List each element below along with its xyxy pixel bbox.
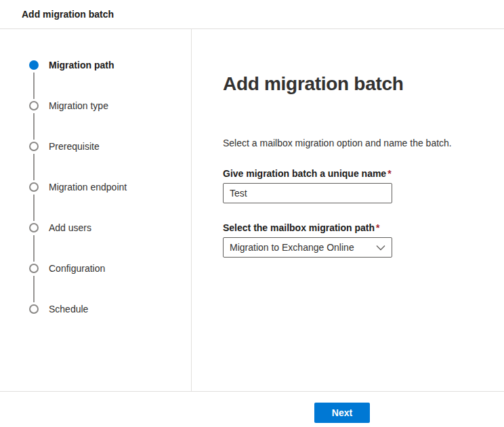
step-circle-icon xyxy=(29,304,39,314)
step-filled-circle-icon xyxy=(29,60,39,70)
step-connector-line xyxy=(33,73,35,99)
step-circle-icon xyxy=(29,223,39,232)
step-schedule: Schedule xyxy=(0,304,191,345)
wizard-stepper: Migration path Migration type Prerequisi… xyxy=(0,29,192,391)
step-label: Schedule xyxy=(49,304,88,314)
batch-name-label: Give migration batch a unique name* xyxy=(223,168,504,180)
required-asterisk: * xyxy=(376,222,379,233)
wizard-content: Add migration batch Select a mailbox mig… xyxy=(192,29,504,391)
wizard-body: Migration path Migration type Prerequisi… xyxy=(0,29,504,391)
step-prerequisite: Prerequisite xyxy=(0,142,191,182)
step-migration-path: Migration path xyxy=(0,60,191,101)
step-label: Add users xyxy=(49,223,91,233)
wizard-header: Add migration batch xyxy=(0,0,504,29)
step-configuration: Configuration xyxy=(0,264,191,304)
step-connector-line xyxy=(33,113,35,140)
step-connector-line xyxy=(33,235,35,262)
step-circle-icon xyxy=(29,264,39,273)
wizard-footer: Next xyxy=(0,391,504,426)
step-label: Migration endpoint xyxy=(49,182,127,192)
step-circle-icon xyxy=(29,101,39,110)
page-title: Add migration batch xyxy=(223,73,504,96)
step-connector-line xyxy=(33,195,35,221)
step-label: Prerequisite xyxy=(49,142,100,152)
step-label: Configuration xyxy=(49,264,105,274)
step-circle-icon xyxy=(29,142,39,151)
batch-name-input[interactable] xyxy=(223,183,392,203)
step-label: Migration path xyxy=(49,60,114,70)
step-add-users: Add users xyxy=(0,223,191,264)
migration-path-label: Select the mailbox migration path* xyxy=(223,222,504,234)
migration-path-label-text: Select the mailbox migration path xyxy=(223,222,375,233)
step-label: Migration type xyxy=(49,101,108,111)
chevron-down-icon xyxy=(376,245,385,251)
step-migration-endpoint: Migration endpoint xyxy=(0,182,191,223)
step-circle-icon xyxy=(29,182,39,192)
page-description: Select a mailbox migration option and na… xyxy=(223,138,504,149)
next-button[interactable]: Next xyxy=(314,403,370,423)
required-asterisk: * xyxy=(387,168,391,179)
step-connector-line xyxy=(33,154,35,180)
step-connector-line xyxy=(33,276,35,302)
batch-name-label-text: Give migration batch a unique name xyxy=(223,168,386,179)
migration-path-selected-value: Migration to Exchange Online xyxy=(230,242,354,253)
migration-path-dropdown[interactable]: Migration to Exchange Online xyxy=(223,237,392,258)
step-migration-type: Migration type xyxy=(0,101,191,142)
wizard-header-title: Add migration batch xyxy=(22,9,114,20)
